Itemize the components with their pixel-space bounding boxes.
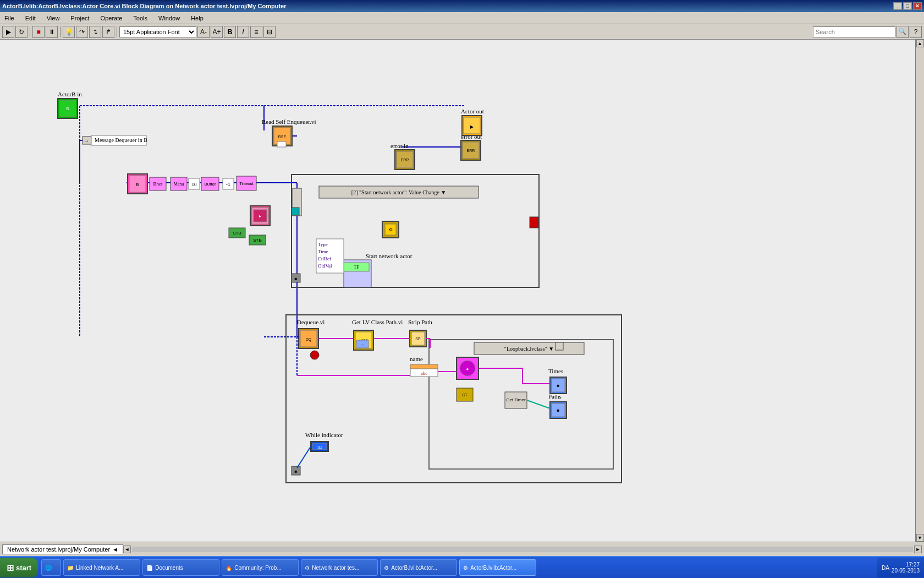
statusbar-tab-label: Network actor test.lvproj/My Computer (7, 546, 110, 553)
taskbar-ie[interactable]: 🌐 (41, 559, 61, 576)
svg-text:error in: error in (391, 143, 409, 149)
scroll-down[interactable]: ▼ (916, 534, 924, 542)
start-button[interactable]: ⊞ start (0, 558, 38, 577)
toolbar-sep3 (117, 26, 117, 37)
run-button[interactable]: ▶ (2, 26, 14, 38)
svg-text:Message Dequeuer in B: Message Dequeuer in B (95, 137, 147, 143)
clock: 17:27 20-05-2013 (892, 561, 920, 574)
search-button[interactable]: 🔍 (897, 26, 909, 38)
menu-help[interactable]: Help (189, 14, 206, 23)
step-over-button[interactable]: ↷ (76, 26, 88, 38)
doc-icon: 📄 (146, 565, 153, 571)
svg-text:B: B (66, 106, 69, 111)
taskbar-btn-label-4: ActorB.lvlib:Actor... (391, 565, 437, 571)
svg-text:Get Timer: Get Timer (506, 397, 525, 402)
taskbar-btn-label-1: Documents (155, 565, 183, 571)
taskbar-community[interactable]: 🔥 Community: Prob... (222, 559, 299, 576)
menu-edit[interactable]: Edit (23, 14, 38, 23)
minimize-button[interactable]: _ (893, 2, 902, 10)
font-bold[interactable]: B (224, 26, 236, 38)
menu-tools[interactable]: Tools (131, 14, 150, 23)
scroll-up[interactable]: ▲ (916, 40, 924, 47)
svg-text:STB: STB (253, 238, 262, 243)
tray-da-label: DA (882, 565, 889, 571)
svg-text:10: 10 (192, 182, 197, 187)
statusbar-arrow: ◄ (112, 546, 118, 553)
svg-text:While indicator: While indicator (305, 432, 343, 438)
diagram-area: [2] "Start network actor": Value Change … (0, 40, 924, 542)
svg-text:→: → (84, 138, 89, 144)
menu-view[interactable]: View (45, 14, 62, 23)
svg-text:■: ■ (557, 383, 560, 388)
svg-text:■: ■ (295, 469, 298, 474)
pause-button[interactable]: ⏸ (46, 26, 58, 38)
svg-text:⚙: ⚙ (389, 227, 393, 232)
time: 17:27 (892, 561, 920, 568)
taskbar-btn-label-5: ActorB.lvlib:Actor... (470, 565, 516, 571)
toolbar-sep2 (60, 26, 61, 37)
toolbar-sep1 (30, 26, 30, 37)
font-size-up[interactable]: A+ (211, 26, 223, 38)
lv-icon-1: ⚙ (305, 565, 310, 571)
taskbar-actorb-1[interactable]: ⚙ ActorB.lvlib:Actor... (380, 559, 457, 576)
taskbar-linked-network[interactable]: 📁 Linked Network A... (63, 559, 140, 576)
step-into-button[interactable]: ↴ (89, 26, 101, 38)
search-input[interactable] (813, 26, 895, 37)
svg-text:Dequeue.vi: Dequeue.vi (297, 319, 324, 325)
window-title: ActorB.lvlib:ActorB.lvclass:Actor Core.v… (2, 3, 287, 9)
taskbar-documents[interactable]: 📄 Documents (142, 559, 219, 576)
align-left[interactable]: ≡ (250, 26, 262, 38)
align-center[interactable]: ⊟ (263, 26, 276, 38)
svg-text:■: ■ (557, 408, 560, 413)
firefox-icon: 🔥 (226, 565, 232, 571)
abort-button[interactable]: ■ (32, 26, 45, 38)
svg-rect-16 (530, 217, 538, 228)
statusbar: Network actor test.lvproj/My Computer ◄ … (0, 542, 924, 556)
system-tray: DA 17:27 20-05-2013 (877, 558, 924, 577)
svg-text:[2] "Start network actor": Val: [2] "Start network actor": Value Change … (351, 189, 446, 195)
taskbar-actorb-2[interactable]: ⚙ ActorB.lvlib:Actor... (459, 559, 536, 576)
highlight-button[interactable]: 💡 (63, 26, 75, 38)
font-italic[interactable]: I (237, 26, 249, 38)
step-out-button[interactable]: ↱ (102, 26, 114, 38)
menu-operate[interactable]: Operate (98, 14, 125, 23)
svg-text:RSE: RSE (278, 135, 287, 139)
start-label: start (16, 564, 31, 572)
svg-text:Menu: Menu (174, 182, 184, 187)
font-size-down[interactable]: A- (197, 26, 210, 38)
svg-text:STB: STB (233, 231, 241, 236)
titlebar: ActorB.lvlib:ActorB.lvclass:Actor Core.v… (0, 0, 924, 12)
horizontal-scrollbar[interactable]: ◄ ► (123, 546, 922, 553)
ie-icon: 🌐 (45, 565, 52, 571)
svg-text:B: B (136, 182, 139, 187)
svg-text:SP: SP (415, 337, 421, 341)
menu-file[interactable]: File (2, 14, 16, 23)
svg-text:ERR: ERR (467, 149, 475, 152)
svg-text:●: ● (466, 367, 469, 372)
menu-project[interactable]: Project (68, 14, 91, 23)
svg-text:OldVal: OldVal (318, 263, 332, 269)
svg-text:Times: Times (548, 368, 563, 374)
close-button[interactable]: ✕ (913, 2, 922, 10)
lv-icon-3: ⚙ (463, 565, 468, 571)
taskbar-btn-label-2: Community: Prob... (234, 565, 282, 571)
svg-text:Type: Type (318, 242, 328, 247)
taskbar-network-actor[interactable]: ⚙ Network actor tes... (301, 559, 378, 576)
statusbar-project-tab[interactable]: Network actor test.lvproj/My Computer ◄ (2, 544, 123, 554)
taskbar: ⊞ start 🌐 📁 Linked Network A... 📄 Docume… (0, 556, 924, 578)
help-button[interactable]: ? (910, 26, 922, 38)
svg-rect-36 (556, 342, 563, 350)
maximize-button[interactable]: □ (903, 2, 912, 10)
svg-text:Timeout: Timeout (239, 182, 253, 186)
svg-text:DQ: DQ (306, 337, 312, 342)
run-continuously-button[interactable]: ↻ (15, 26, 28, 38)
window-controls: _ □ ✕ (893, 2, 922, 10)
svg-text:■: ■ (295, 276, 298, 281)
svg-point-85 (310, 351, 319, 359)
vertical-scrollbar[interactable]: ▲ ▼ (915, 40, 924, 542)
menu-window[interactable]: Window (156, 14, 182, 23)
font-selector[interactable]: 15pt Application Font (119, 26, 196, 37)
svg-text:GT: GT (462, 393, 468, 397)
svg-text:Strip Path: Strip Path (408, 319, 432, 325)
svg-text:name: name (410, 356, 423, 362)
